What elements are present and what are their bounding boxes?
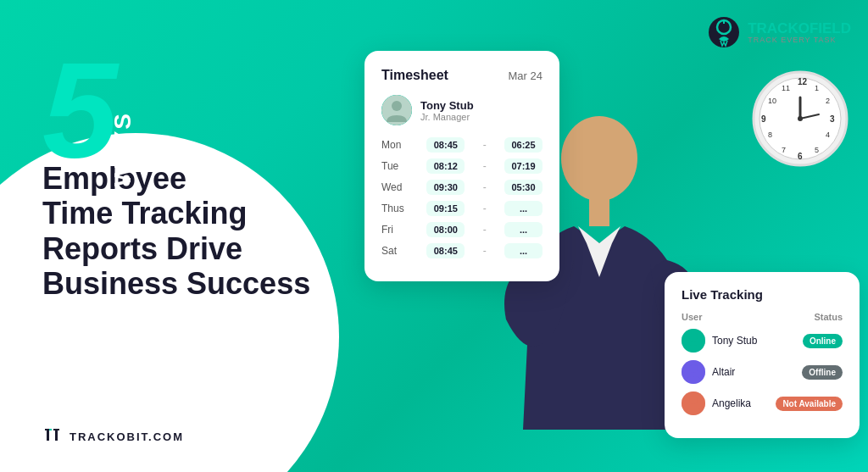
timesheet-user-info: Tony Stub Jr. Manager [420, 99, 474, 122]
svg-rect-7 [49, 429, 52, 430]
svg-text:5: 5 [815, 146, 819, 154]
time-start: 08:12 [426, 158, 465, 174]
svg-point-34 [689, 396, 698, 404]
svg-rect-28 [589, 192, 609, 226]
main-content: 5 WAYS Employee Time Tracking Reports Dr… [0, 0, 868, 472]
headline-line2: Time Tracking [42, 196, 322, 230]
bottom-logo: TRACKOBIT.COM [42, 426, 184, 447]
time-start: 08:45 [426, 137, 465, 153]
svg-text:8: 8 [768, 130, 772, 139]
brand-tagline: TRACK EVERY TASK [748, 36, 851, 44]
timesheet-user-avatar [381, 95, 412, 125]
svg-text:4: 4 [826, 130, 830, 139]
time-start: 09:30 [426, 180, 465, 195]
time-sep: - [483, 245, 487, 257]
timesheet-header: Timesheet Mar 24 [381, 68, 542, 83]
tracking-col-status: Status [814, 312, 843, 322]
day-label: Sat [381, 245, 411, 257]
tracking-header-row: User Status [682, 312, 843, 322]
timesheet-title: Timesheet [381, 68, 448, 83]
timesheet-row: Thus 09:15 - ... [381, 201, 542, 216]
status-badge: Not Available [776, 397, 843, 411]
bottom-logo-text: TRACKOBIT.COM [70, 430, 184, 443]
svg-text:1: 1 [815, 84, 819, 92]
day-label: Tue [381, 160, 411, 172]
timesheet-date: Mar 24 [509, 69, 542, 82]
tracking-user-name: Tony Stub [712, 335, 757, 347]
time-sep: - [483, 181, 487, 193]
timesheet-row: Mon 08:45 - 06:25 [381, 137, 542, 153]
time-start: 08:45 [426, 243, 465, 258]
svg-text:9: 9 [761, 114, 766, 124]
live-tracking-title: Live Tracking [682, 287, 843, 302]
day-label: Thus [381, 203, 411, 214]
time-end: 05:30 [504, 180, 542, 195]
headline-line4: Business Success [42, 266, 322, 301]
svg-point-32 [689, 364, 698, 373]
svg-point-9 [392, 101, 402, 111]
svg-text:11: 11 [782, 84, 790, 92]
day-label: Mon [381, 139, 411, 151]
number-row: 5 WAYS [42, 42, 322, 178]
brand-icon [707, 15, 741, 49]
tracking-user-info: Angelika [682, 391, 751, 415]
timesheet-row: Sat 08:45 - ... [381, 243, 542, 258]
time-sep: - [483, 139, 487, 151]
clock-decoration: 12 3 6 9 1 2 4 5 7 8 10 11 [749, 68, 851, 169]
status-badge: Offline [802, 365, 843, 380]
svg-point-26 [798, 116, 803, 121]
time-sep: - [483, 224, 487, 236]
timesheet-user-row: Tony Stub Jr. Manager [381, 95, 542, 125]
headline-line3: Reports Drive [42, 231, 322, 266]
day-label: Wed [381, 181, 411, 193]
time-end: 07:19 [504, 158, 542, 174]
svg-text:6: 6 [798, 152, 803, 161]
headline-line1: Employee [42, 161, 322, 196]
tracking-avatar [682, 329, 705, 353]
headline: Employee Time Tracking Reports Drive Bus… [42, 161, 322, 302]
tracking-user-info: Altair [682, 360, 735, 384]
time-end: ... [504, 201, 542, 216]
tracking-avatar [682, 360, 705, 384]
svg-text:12: 12 [798, 77, 808, 86]
svg-rect-5 [53, 429, 59, 430]
svg-text:3: 3 [830, 114, 835, 124]
day-label: Fri [381, 224, 411, 236]
time-end: 06:25 [504, 137, 542, 153]
tracking-rows: Tony Stub Online Altair Offline [682, 329, 843, 415]
time-sep: - [483, 203, 487, 214]
time-end: ... [504, 243, 542, 258]
timesheet-row: Wed 09:30 - 05:30 [381, 180, 542, 195]
hero-number: 5 [42, 42, 118, 178]
time-start: 09:15 [426, 201, 465, 216]
tracking-avatar [682, 391, 705, 415]
tracking-user-name: Angelika [712, 397, 751, 409]
brand-text: TRACKOFIELD TRACK EVERY TASK [748, 21, 851, 44]
timesheet-row: Tue 08:12 - 07:19 [381, 158, 542, 174]
svg-text:2: 2 [826, 97, 830, 105]
svg-rect-6 [55, 430, 58, 441]
tracking-user-row: Angelika Not Available [682, 391, 843, 415]
tracking-user-name: Altair [712, 366, 735, 378]
live-tracking-card: Live Tracking User Status Tony Stub Onli… [665, 272, 860, 438]
tracking-user-row: Tony Stub Online [682, 329, 843, 353]
time-end: ... [504, 222, 542, 237]
tracking-user-info: Tony Stub [682, 329, 757, 353]
brand-logo: TRACKOFIELD TRACK EVERY TASK [707, 15, 851, 49]
time-start: 08:00 [426, 222, 465, 237]
timesheet-user-role: Jr. Manager [420, 112, 474, 122]
timesheet-user-name: Tony Stub [420, 99, 474, 112]
svg-point-27 [561, 116, 637, 201]
timesheet-row: Fri 08:00 - ... [381, 222, 542, 237]
timesheet-card: Timesheet Mar 24 Tony Stub Jr. Manager [364, 51, 559, 281]
right-panel: Timesheet Mar 24 Tony Stub Jr. Manager [356, 0, 868, 472]
tracking-user-row: Altair Offline [682, 360, 843, 384]
bottom-logo-icon [42, 426, 63, 447]
svg-text:10: 10 [768, 97, 776, 105]
status-badge: Online [803, 334, 843, 348]
svg-text:7: 7 [782, 146, 786, 154]
left-panel: 5 WAYS Employee Time Tracking Reports Dr… [0, 0, 356, 472]
brand-name: TRACKOFIELD [748, 21, 851, 36]
tracking-col-user: User [682, 312, 702, 322]
ways-text: WAYS [109, 112, 136, 186]
